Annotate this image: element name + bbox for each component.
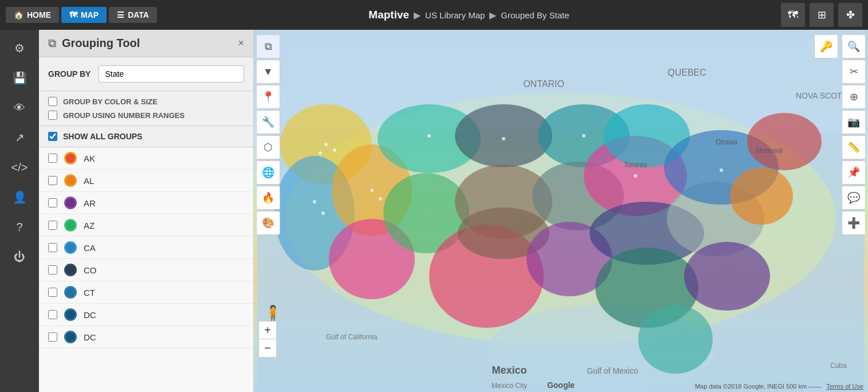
group-name-dc: DC bbox=[84, 332, 96, 342]
stack-button[interactable]: ⊞ bbox=[810, 3, 834, 27]
help-icon-btn[interactable]: ? bbox=[7, 214, 32, 240]
globe-tool-button[interactable]: 🌐 bbox=[256, 160, 280, 185]
map-attribution: Google bbox=[547, 381, 575, 390]
group-checkbox-ar[interactable] bbox=[48, 198, 57, 207]
group-item-dc[interactable]: DC bbox=[39, 326, 253, 348]
map-toolbar: ⧉ ▼ 📍 🔧 ⬡ 🌐 🔥 🎨 bbox=[254, 30, 282, 240]
group-item-ca[interactable]: CA bbox=[39, 237, 253, 259]
svg-text:Gulf of California: Gulf of California bbox=[326, 333, 378, 341]
svg-text:Cuba: Cuba bbox=[830, 362, 847, 370]
pin-tool-button[interactable]: 📍 bbox=[256, 85, 280, 109]
pin-right-button[interactable]: 📌 bbox=[842, 160, 866, 185]
svg-point-26 bbox=[684, 242, 770, 311]
svg-point-38 bbox=[720, 168, 723, 172]
group-checkbox-ak[interactable] bbox=[48, 154, 57, 163]
group-item-al[interactable]: AL bbox=[39, 170, 253, 192]
group-by-select[interactable]: State City ZIP Code Country bbox=[99, 65, 244, 83]
svg-point-21 bbox=[638, 305, 713, 374]
svg-point-24 bbox=[747, 113, 822, 170]
brand-label: Maptive bbox=[368, 9, 409, 21]
select-tool-button[interactable]: ⧉ bbox=[256, 34, 280, 58]
group-item-ak[interactable]: AK bbox=[39, 147, 253, 170]
group-item-dc[interactable]: DC bbox=[39, 304, 253, 326]
data-icon: ☰ bbox=[117, 10, 124, 19]
group-checkbox-dc[interactable] bbox=[48, 332, 57, 342]
sep2: ▶ bbox=[489, 10, 496, 21]
groups-list: AK AL AR AZ CA CO CT DC bbox=[39, 147, 253, 392]
svg-point-30 bbox=[313, 200, 316, 203]
zoom-in-button[interactable]: + bbox=[258, 321, 277, 339]
search-map-button[interactable]: 🔍 bbox=[842, 34, 866, 58]
close-panel-button[interactable]: × bbox=[238, 37, 244, 49]
add-button[interactable]: ➕ bbox=[842, 211, 866, 235]
breadcrumb-nav: Maptive ▶ US Library Map ▶ Grouped By St… bbox=[159, 9, 779, 21]
edit-tool-button[interactable]: 🔧 bbox=[256, 110, 280, 134]
svg-point-27 bbox=[324, 143, 328, 146]
main-content: ⚙ 💾 👁 ↗ </> 👤 ? ⏻ ⧉ Grouping Tool × GROU… bbox=[0, 30, 868, 392]
data-button[interactable]: ☰ DATA bbox=[109, 7, 157, 23]
layers-button[interactable]: 🗺 bbox=[781, 3, 805, 27]
map-button[interactable]: 🗺 MAP bbox=[61, 7, 107, 23]
svg-point-34 bbox=[427, 134, 431, 138]
option-number-ranges: GROUP USING NUMBER RANGES bbox=[48, 111, 244, 120]
left-sidebar: ⚙ 💾 👁 ↗ </> 👤 ? ⏻ bbox=[0, 30, 39, 392]
heat-tool-button[interactable]: 🔥 bbox=[256, 186, 280, 210]
svg-point-33 bbox=[379, 197, 382, 201]
group-item-az[interactable]: AZ bbox=[39, 214, 253, 237]
view-icon-btn[interactable]: 👁 bbox=[7, 95, 32, 120]
measure-button[interactable]: 📏 bbox=[842, 135, 866, 159]
key-button[interactable]: 🔑 bbox=[814, 34, 838, 58]
settings-icon-btn[interactable]: ⚙ bbox=[7, 36, 32, 61]
svg-text:Mexico City: Mexico City bbox=[492, 382, 527, 390]
tool-panel: ⧉ Grouping Tool × GROUP BY State City ZI… bbox=[39, 30, 254, 392]
svg-text:Montreal: Montreal bbox=[756, 147, 783, 155]
color-tool-button[interactable]: 🎨 bbox=[256, 211, 280, 235]
show-all-checkbox[interactable] bbox=[48, 132, 57, 141]
export-icon-btn[interactable]: ↗ bbox=[7, 125, 32, 150]
svg-point-36 bbox=[582, 134, 586, 138]
terms-link[interactable]: Terms of Use bbox=[826, 383, 863, 390]
scissors-button[interactable]: ✂ bbox=[842, 60, 866, 84]
home-button[interactable]: 🏠 HOME bbox=[6, 7, 59, 23]
group-dot-ct bbox=[64, 286, 77, 299]
save-icon-btn[interactable]: 💾 bbox=[7, 65, 32, 91]
group-name-dc: DC bbox=[84, 310, 96, 320]
color-size-checkbox[interactable] bbox=[48, 97, 57, 106]
embed-icon-btn[interactable]: </> bbox=[7, 155, 32, 180]
number-ranges-checkbox[interactable] bbox=[48, 111, 57, 120]
grouping-tool-icon: ⧉ bbox=[48, 37, 56, 50]
layers-icon: 🗺 bbox=[788, 9, 798, 21]
option-color-size: GROUP BY COLOR & SIZE bbox=[48, 97, 244, 106]
group-checkbox-ca[interactable] bbox=[48, 243, 57, 252]
group-dot-co bbox=[64, 264, 77, 276]
user-icon-btn[interactable]: 👤 bbox=[7, 185, 32, 210]
group-name-ar: AR bbox=[84, 198, 96, 208]
map-area[interactable]: ONTARIO QUEBEC NOVA SCOTIA Ottawa Montre… bbox=[254, 30, 868, 392]
breadcrumb-map[interactable]: US Library Map bbox=[425, 10, 485, 20]
map-background: ONTARIO QUEBEC NOVA SCOTIA Ottawa Montre… bbox=[254, 30, 868, 392]
group-name-az: AZ bbox=[84, 221, 95, 230]
group-dot-dc bbox=[64, 331, 77, 343]
group-checkbox-co[interactable] bbox=[48, 265, 57, 275]
svg-text:Mexico: Mexico bbox=[492, 364, 527, 376]
svg-point-32 bbox=[370, 189, 374, 192]
svg-point-37 bbox=[634, 174, 637, 178]
group-checkbox-al[interactable] bbox=[48, 176, 57, 185]
share-button[interactable]: ✤ bbox=[838, 3, 862, 27]
group-checkbox-az[interactable] bbox=[48, 221, 57, 230]
group-checkbox-dc[interactable] bbox=[48, 310, 57, 319]
shape-tool-button[interactable]: ⬡ bbox=[256, 135, 280, 159]
group-checkbox-ct[interactable] bbox=[48, 288, 57, 297]
zoom-out-button[interactable]: − bbox=[258, 339, 277, 358]
filter-tool-button[interactable]: ▼ bbox=[256, 60, 280, 84]
camera-button[interactable]: 📷 bbox=[842, 110, 866, 134]
group-item-co[interactable]: CO bbox=[39, 259, 253, 281]
top-nav: 🏠 HOME 🗺 MAP ☰ DATA Maptive ▶ US Library… bbox=[0, 0, 868, 30]
comment-button[interactable]: 💬 bbox=[842, 186, 866, 210]
group-item-ct[interactable]: CT bbox=[39, 281, 253, 304]
power-icon-btn[interactable]: ⏻ bbox=[7, 244, 32, 269]
group-dot-ak bbox=[64, 152, 77, 164]
sep1: ▶ bbox=[414, 10, 421, 21]
crosshair-button[interactable]: ⊕ bbox=[842, 85, 866, 109]
group-item-ar[interactable]: AR bbox=[39, 192, 253, 214]
